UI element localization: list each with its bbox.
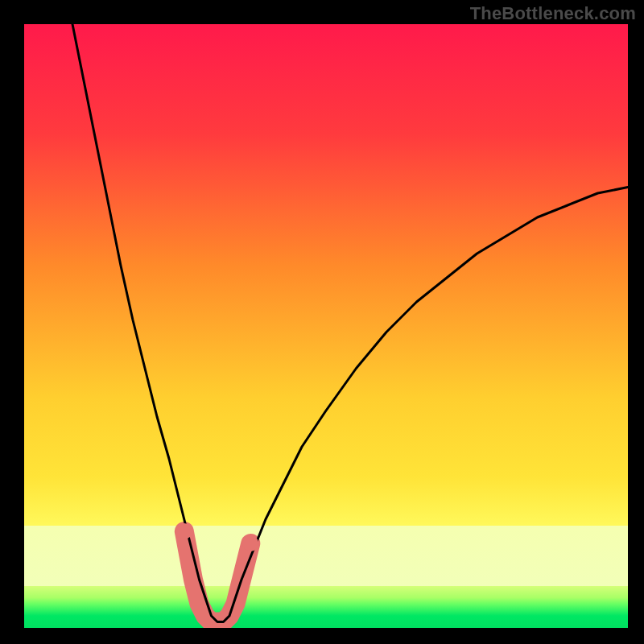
highlight-dot-right xyxy=(242,535,258,551)
gradient-background xyxy=(24,24,628,628)
chart-svg xyxy=(24,24,628,628)
watermark-text: TheBottleneck.com xyxy=(470,3,636,24)
highlight-dot-left xyxy=(176,523,192,539)
plot-area xyxy=(24,24,628,628)
chart-frame: TheBottleneck.com xyxy=(0,0,644,644)
